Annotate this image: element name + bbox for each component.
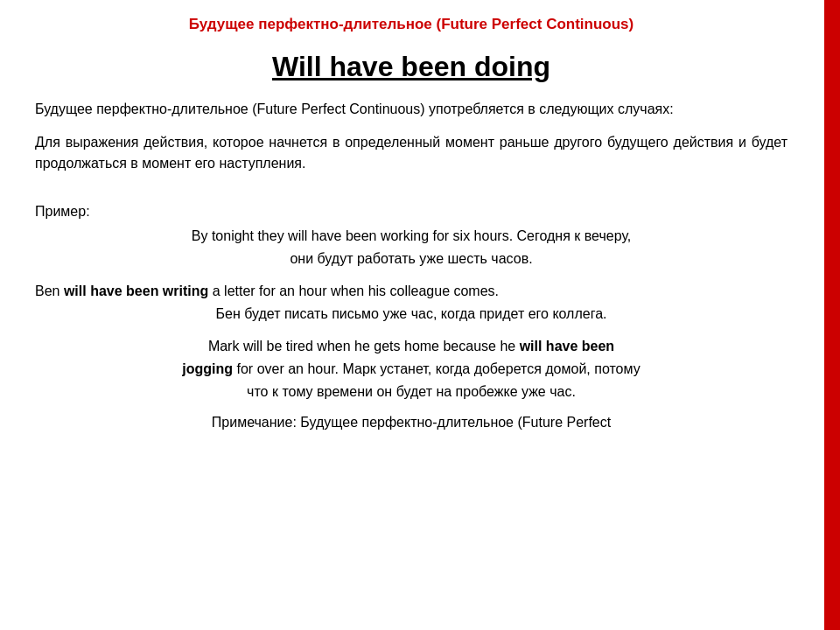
example3-post: for over an hour. Марк устанет, когда до… bbox=[233, 361, 640, 376]
red-bar-bottom bbox=[824, 315, 840, 630]
example1: By tonight they will have been working f… bbox=[35, 225, 788, 270]
example1-en-line1: By tonight they will have been working f… bbox=[192, 228, 631, 243]
formula: Will have been doing bbox=[35, 51, 788, 83]
example1-ru: они будут работать уже шесть часов. bbox=[290, 251, 532, 266]
example3-ru1: что к тому времени он будет на пробежке … bbox=[247, 384, 576, 399]
description1: Будущее перфектно-длительное (Future Per… bbox=[35, 99, 788, 120]
example3: Mark will be tired when he gets home bec… bbox=[35, 335, 788, 402]
description2: Для выражения действия, которое начнется… bbox=[35, 132, 788, 174]
note: Примечание: Будущее перфектно-длительное… bbox=[35, 415, 788, 430]
red-bar-top bbox=[824, 0, 840, 315]
example3-bold: will have been bbox=[520, 339, 614, 354]
example2-ru: Бен будет писать письмо уже час, когда п… bbox=[35, 303, 788, 326]
example2-bold: will have been writing bbox=[64, 284, 208, 298]
example2: Ben will have been writing a letter for … bbox=[35, 280, 788, 325]
example3-bold2: jogging bbox=[182, 361, 233, 376]
example2-pre: Ben bbox=[35, 284, 64, 298]
page-title: Будущее перфектно-длительное (Future Per… bbox=[35, 16, 788, 33]
example2-post: a letter for an hour when his colleague … bbox=[208, 284, 499, 298]
example-label: Пример: bbox=[35, 204, 788, 220]
example3-pre: Mark will be tired when he gets home bec… bbox=[208, 339, 520, 354]
